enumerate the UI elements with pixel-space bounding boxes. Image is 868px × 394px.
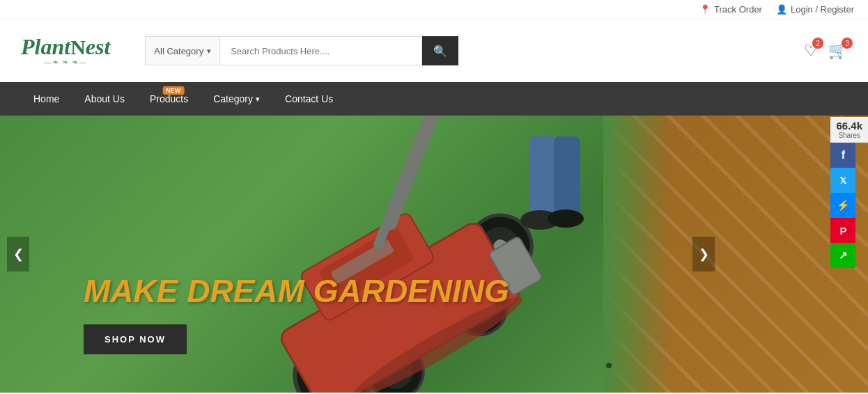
hero-text-area: MAKE DREAM GARDENING: [84, 274, 509, 309]
twitter-icon: 𝕏: [839, 175, 846, 186]
header-icons: ♡ 2 🛒 3: [804, 42, 847, 60]
track-order-link[interactable]: 📍 Track Order: [699, 4, 762, 15]
logo[interactable]: PlantNest —❧ ❧ ❧—: [21, 36, 110, 67]
nav-products-label: Products: [150, 93, 188, 104]
lawnmower-image: [139, 116, 662, 393]
facebook-icon: f: [842, 149, 845, 161]
wishlist-button[interactable]: ♡ 2: [804, 42, 818, 60]
share-count-box: 66.4k Shares: [830, 117, 868, 143]
svg-rect-21: [554, 136, 580, 220]
nav-contact-label: Contact Us: [285, 93, 333, 104]
cart-badge: 3: [842, 38, 853, 49]
search-button[interactable]: 🔍: [422, 36, 458, 65]
login-link[interactable]: 👤 Login / Register: [776, 4, 854, 15]
nav-contact[interactable]: Contact Us: [272, 82, 346, 116]
search-icon: 🔍: [433, 45, 447, 58]
carousel-prev-button[interactable]: ❮: [7, 237, 29, 271]
hero-section: MAKE DREAM GARDENING SHOP NOW ❮ ❯: [0, 116, 868, 393]
pinterest-icon: P: [839, 225, 846, 237]
top-bar: 📍 Track Order 👤 Login / Register: [0, 0, 868, 19]
nav-about-us[interactable]: About Us: [72, 82, 137, 116]
header: PlantNest —❧ ❧ ❧— All Category ▾ 🔍 ♡ 2 🛒…: [0, 19, 868, 82]
share-count-number: 66.4k: [836, 120, 862, 132]
nav-products[interactable]: NEW Products: [137, 82, 201, 116]
hero-headline: MAKE DREAM GARDENING: [84, 274, 509, 309]
nav-home[interactable]: Home: [21, 82, 72, 116]
nav-about-label: About Us: [84, 93, 125, 104]
category-dropdown-icon: ▾: [256, 95, 260, 104]
svg-line-15: [336, 116, 512, 225]
nav-home-label: Home: [33, 93, 59, 104]
cart-button[interactable]: 🛒 3: [828, 42, 847, 60]
facebook-share-button[interactable]: f: [830, 143, 855, 168]
products-new-badge: NEW: [162, 86, 184, 95]
category-chevron-icon: ▾: [207, 47, 211, 56]
share-count-label: Shares: [836, 132, 862, 139]
carousel-next-button[interactable]: ❯: [692, 237, 715, 271]
user-icon: 👤: [776, 4, 787, 15]
login-label: Login / Register: [791, 4, 854, 15]
category-dropdown[interactable]: All Category ▾: [145, 36, 219, 65]
svg-point-23: [548, 210, 584, 228]
nav-category-label: Category: [213, 93, 253, 104]
svg-rect-20: [529, 136, 557, 220]
social-sidebar: 66.4k Shares f 𝕏 ⚡ P ↗: [830, 117, 868, 268]
search-area: All Category ▾ 🔍: [145, 36, 458, 65]
twitter-share-button[interactable]: 𝕏: [830, 168, 855, 193]
nav-category[interactable]: Category ▾: [201, 82, 272, 116]
wishlist-badge: 2: [812, 38, 823, 49]
messenger-icon: ⚡: [837, 199, 850, 212]
track-order-label: Track Order: [714, 4, 762, 15]
main-nav: Home About Us NEW Products Category ▾ Co…: [0, 82, 868, 116]
messenger-share-button[interactable]: ⚡: [830, 193, 855, 218]
generic-share-button[interactable]: ↗: [830, 243, 855, 268]
share-icon: ↗: [839, 249, 848, 262]
logo-text: PlantNest: [21, 36, 110, 58]
category-label: All Category: [154, 46, 203, 56]
shop-now-button[interactable]: SHOP NOW: [84, 324, 187, 354]
pinterest-share-button[interactable]: P: [830, 218, 855, 243]
search-input[interactable]: [219, 36, 422, 65]
location-icon: 📍: [699, 4, 711, 15]
